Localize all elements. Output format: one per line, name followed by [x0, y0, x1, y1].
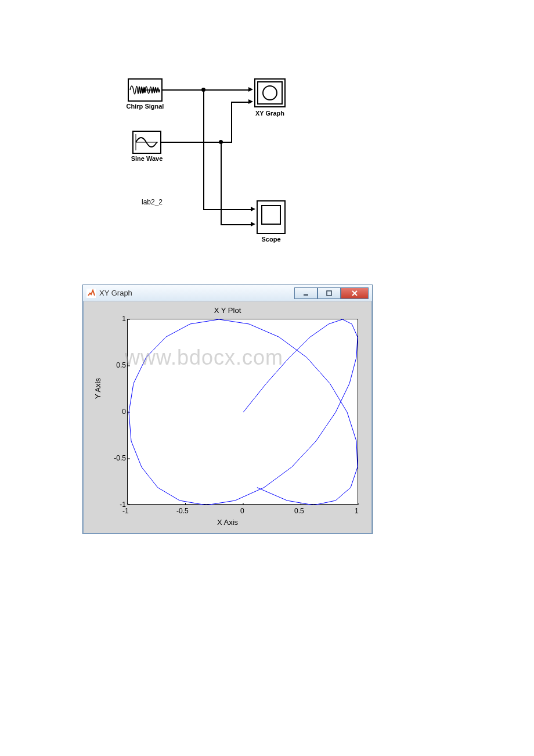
chirp-signal-icon	[129, 80, 161, 100]
arrowhead-icon	[248, 87, 253, 92]
chirp-signal-block[interactable]	[128, 78, 163, 102]
svg-rect-5	[327, 291, 331, 296]
watermark-text: www.bdocx.com	[125, 345, 283, 370]
close-button[interactable]	[341, 287, 369, 299]
arrowhead-icon	[248, 99, 253, 104]
wire	[203, 209, 252, 210]
wire-junction-icon	[201, 88, 205, 92]
scope-screen-icon	[261, 205, 281, 225]
xtick: -1	[122, 507, 129, 515]
wire	[221, 142, 222, 224]
xtick: 0.5	[294, 507, 304, 515]
arrowhead-icon	[251, 222, 255, 226]
matlab-icon	[86, 289, 96, 298]
wire	[203, 89, 204, 209]
xtick: 1	[355, 507, 359, 515]
minimize-icon	[303, 290, 309, 296]
sine-wave-label: Sine Wave	[128, 155, 166, 162]
scope-block[interactable]	[257, 200, 286, 234]
window-title: XY Graph	[99, 289, 132, 297]
y-axis-label: Y Axis	[93, 378, 102, 399]
maximize-icon	[326, 290, 332, 296]
ytick: 1	[118, 315, 126, 323]
x-axis-label: X Axis	[91, 518, 364, 527]
ytick: -0.5	[109, 454, 126, 462]
simulink-model: Chirp Signal Sine Wave lab2_2 XY Graph S…	[128, 78, 313, 264]
chirp-signal-label: Chirp Signal	[123, 103, 167, 110]
minimize-button[interactable]	[294, 287, 317, 299]
xy-graph-icon	[261, 84, 279, 102]
arrowhead-icon	[251, 207, 255, 211]
xtick: 0	[240, 507, 244, 515]
sine-wave-block[interactable]	[132, 131, 161, 154]
sine-wave-icon	[134, 132, 160, 153]
model-name-label: lab2_2	[142, 198, 163, 206]
xy-graph-label: XY Graph	[248, 110, 291, 117]
window-titlebar[interactable]: XY Graph	[83, 285, 372, 301]
close-icon	[351, 290, 358, 296]
maximize-button[interactable]	[317, 287, 341, 299]
xy-graph-block[interactable]	[254, 78, 286, 107]
ytick: 0	[118, 408, 126, 416]
scope-label: Scope	[255, 236, 287, 243]
wire-junction-icon	[219, 140, 223, 144]
plot-panel: X Y Plot 1 0.5	[91, 306, 364, 525]
xtick: -0.5	[176, 507, 189, 515]
wire	[221, 224, 252, 225]
wire	[163, 89, 250, 91]
plot-title: X Y Plot	[91, 306, 364, 315]
wire	[231, 102, 232, 143]
xy-graph-window: XY Graph X Y Plot	[82, 285, 373, 534]
svg-point-2	[263, 86, 277, 100]
ytick: 0.5	[110, 361, 126, 369]
wire	[231, 102, 250, 103]
